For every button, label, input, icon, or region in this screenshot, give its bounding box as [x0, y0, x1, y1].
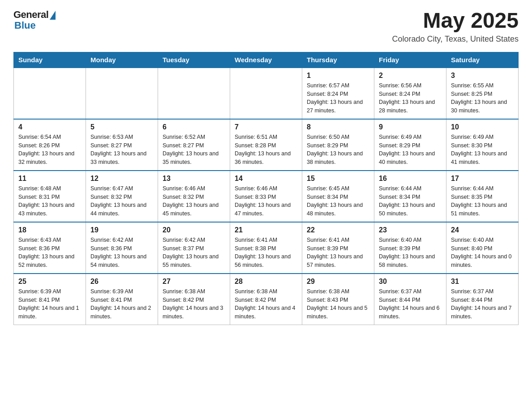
week-row: 18Sunrise: 6:43 AM Sunset: 8:36 PM Dayli… — [14, 222, 519, 274]
day-sun-info: Sunrise: 6:52 AM Sunset: 8:27 PM Dayligh… — [163, 133, 225, 167]
day-number: 19 — [90, 226, 153, 234]
calendar-cell — [86, 68, 158, 119]
calendar-cell: 30Sunrise: 6:37 AM Sunset: 8:44 PM Dayli… — [374, 274, 446, 325]
day-number: 16 — [379, 175, 442, 183]
day-sun-info: Sunrise: 6:49 AM Sunset: 8:30 PM Dayligh… — [451, 133, 514, 167]
day-of-week-header: Tuesday — [158, 52, 230, 68]
logo-general-text: General — [13, 9, 48, 21]
week-row: 11Sunrise: 6:48 AM Sunset: 8:31 PM Dayli… — [14, 171, 519, 222]
calendar-cell: 20Sunrise: 6:42 AM Sunset: 8:37 PM Dayli… — [158, 222, 230, 274]
calendar-cell: 27Sunrise: 6:38 AM Sunset: 8:42 PM Dayli… — [158, 274, 230, 325]
day-of-week-header: Friday — [374, 52, 446, 68]
calendar-cell: 9Sunrise: 6:49 AM Sunset: 8:29 PM Daylig… — [374, 119, 446, 171]
day-sun-info: Sunrise: 6:57 AM Sunset: 8:24 PM Dayligh… — [307, 81, 369, 115]
calendar-cell — [230, 68, 302, 119]
day-of-week-header: Thursday — [302, 52, 374, 68]
day-of-week-header: Sunday — [14, 52, 86, 68]
day-sun-info: Sunrise: 6:44 AM Sunset: 8:35 PM Dayligh… — [451, 184, 514, 218]
day-sun-info: Sunrise: 6:44 AM Sunset: 8:34 PM Dayligh… — [379, 184, 442, 218]
calendar-cell: 13Sunrise: 6:46 AM Sunset: 8:32 PM Dayli… — [158, 171, 230, 222]
day-sun-info: Sunrise: 6:38 AM Sunset: 8:42 PM Dayligh… — [163, 287, 225, 321]
calendar-cell: 21Sunrise: 6:41 AM Sunset: 8:38 PM Dayli… — [230, 222, 302, 274]
day-sun-info: Sunrise: 6:40 AM Sunset: 8:39 PM Dayligh… — [379, 236, 442, 270]
day-number: 14 — [235, 175, 297, 183]
day-number: 3 — [451, 72, 514, 80]
calendar-cell: 4Sunrise: 6:54 AM Sunset: 8:26 PM Daylig… — [14, 119, 86, 171]
day-of-week-header: Monday — [86, 52, 158, 68]
calendar-cell: 10Sunrise: 6:49 AM Sunset: 8:30 PM Dayli… — [446, 119, 519, 171]
day-sun-info: Sunrise: 6:55 AM Sunset: 8:25 PM Dayligh… — [451, 81, 514, 115]
day-sun-info: Sunrise: 6:49 AM Sunset: 8:29 PM Dayligh… — [379, 133, 442, 167]
day-number: 30 — [379, 278, 442, 286]
logo-triangle-icon — [50, 11, 56, 20]
calendar-cell — [14, 68, 86, 119]
day-sun-info: Sunrise: 6:46 AM Sunset: 8:33 PM Dayligh… — [235, 184, 297, 218]
calendar-cell: 1Sunrise: 6:57 AM Sunset: 8:24 PM Daylig… — [302, 68, 374, 119]
day-number: 31 — [451, 278, 514, 286]
day-sun-info: Sunrise: 6:40 AM Sunset: 8:40 PM Dayligh… — [451, 236, 514, 270]
location-label: Colorado City, Texas, United States — [392, 34, 519, 44]
day-of-week-header: Saturday — [446, 52, 519, 68]
calendar-cell — [158, 68, 230, 119]
day-number: 8 — [307, 123, 369, 131]
day-number: 5 — [90, 123, 153, 131]
day-number: 20 — [163, 226, 225, 234]
calendar-cell: 22Sunrise: 6:41 AM Sunset: 8:39 PM Dayli… — [302, 222, 374, 274]
day-sun-info: Sunrise: 6:41 AM Sunset: 8:38 PM Dayligh… — [235, 236, 297, 270]
day-sun-info: Sunrise: 6:56 AM Sunset: 8:24 PM Dayligh… — [379, 81, 442, 115]
day-number: 25 — [18, 278, 81, 286]
day-number: 9 — [379, 123, 442, 131]
day-number: 28 — [235, 278, 297, 286]
calendar-cell: 15Sunrise: 6:45 AM Sunset: 8:34 PM Dayli… — [302, 171, 374, 222]
calendar-cell: 11Sunrise: 6:48 AM Sunset: 8:31 PM Dayli… — [14, 171, 86, 222]
calendar-cell: 29Sunrise: 6:38 AM Sunset: 8:43 PM Dayli… — [302, 274, 374, 325]
title-area: May 2025 Colorado City, Texas, United St… — [392, 9, 519, 44]
day-number: 21 — [235, 226, 297, 234]
day-sun-info: Sunrise: 6:38 AM Sunset: 8:42 PM Dayligh… — [235, 287, 297, 321]
calendar-cell: 25Sunrise: 6:39 AM Sunset: 8:41 PM Dayli… — [14, 274, 86, 325]
calendar-cell: 17Sunrise: 6:44 AM Sunset: 8:35 PM Dayli… — [446, 171, 519, 222]
day-of-week-header: Wednesday — [230, 52, 302, 68]
logo-blue-text: Blue — [14, 20, 36, 31]
day-sun-info: Sunrise: 6:39 AM Sunset: 8:41 PM Dayligh… — [90, 287, 153, 321]
day-sun-info: Sunrise: 6:39 AM Sunset: 8:41 PM Dayligh… — [18, 287, 81, 321]
calendar-header-row: SundayMondayTuesdayWednesdayThursdayFrid… — [14, 52, 519, 68]
day-sun-info: Sunrise: 6:42 AM Sunset: 8:36 PM Dayligh… — [90, 236, 153, 270]
day-number: 12 — [90, 175, 153, 183]
day-sun-info: Sunrise: 6:47 AM Sunset: 8:32 PM Dayligh… — [90, 184, 153, 218]
day-sun-info: Sunrise: 6:50 AM Sunset: 8:29 PM Dayligh… — [307, 133, 369, 167]
day-number: 10 — [451, 123, 514, 131]
month-title: May 2025 — [392, 9, 519, 33]
calendar-cell: 12Sunrise: 6:47 AM Sunset: 8:32 PM Dayli… — [86, 171, 158, 222]
day-number: 17 — [451, 175, 514, 183]
calendar-cell: 28Sunrise: 6:38 AM Sunset: 8:42 PM Dayli… — [230, 274, 302, 325]
calendar-cell: 18Sunrise: 6:43 AM Sunset: 8:36 PM Dayli… — [14, 222, 86, 274]
day-sun-info: Sunrise: 6:37 AM Sunset: 8:44 PM Dayligh… — [451, 287, 514, 321]
calendar-cell: 3Sunrise: 6:55 AM Sunset: 8:25 PM Daylig… — [446, 68, 519, 119]
calendar-cell: 23Sunrise: 6:40 AM Sunset: 8:39 PM Dayli… — [374, 222, 446, 274]
day-sun-info: Sunrise: 6:41 AM Sunset: 8:39 PM Dayligh… — [307, 236, 369, 270]
day-number: 4 — [18, 123, 81, 131]
day-number: 2 — [379, 72, 442, 80]
calendar-cell: 2Sunrise: 6:56 AM Sunset: 8:24 PM Daylig… — [374, 68, 446, 119]
week-row: 1Sunrise: 6:57 AM Sunset: 8:24 PM Daylig… — [14, 68, 519, 119]
day-number: 6 — [163, 123, 225, 131]
day-number: 18 — [18, 226, 81, 234]
day-number: 13 — [163, 175, 225, 183]
day-number: 29 — [307, 278, 369, 286]
page-header: General Blue May 2025 Colorado City, Tex… — [13, 9, 519, 44]
calendar-cell: 16Sunrise: 6:44 AM Sunset: 8:34 PM Dayli… — [374, 171, 446, 222]
day-sun-info: Sunrise: 6:54 AM Sunset: 8:26 PM Dayligh… — [18, 133, 81, 167]
day-sun-info: Sunrise: 6:51 AM Sunset: 8:28 PM Dayligh… — [235, 133, 297, 167]
calendar-cell: 14Sunrise: 6:46 AM Sunset: 8:33 PM Dayli… — [230, 171, 302, 222]
day-sun-info: Sunrise: 6:42 AM Sunset: 8:37 PM Dayligh… — [163, 236, 225, 270]
calendar-cell: 8Sunrise: 6:50 AM Sunset: 8:29 PM Daylig… — [302, 119, 374, 171]
day-number: 27 — [163, 278, 225, 286]
day-sun-info: Sunrise: 6:43 AM Sunset: 8:36 PM Dayligh… — [18, 236, 81, 270]
day-number: 15 — [307, 175, 369, 183]
day-sun-info: Sunrise: 6:48 AM Sunset: 8:31 PM Dayligh… — [18, 184, 81, 218]
calendar-cell: 26Sunrise: 6:39 AM Sunset: 8:41 PM Dayli… — [86, 274, 158, 325]
calendar-cell: 31Sunrise: 6:37 AM Sunset: 8:44 PM Dayli… — [446, 274, 519, 325]
calendar-cell: 24Sunrise: 6:40 AM Sunset: 8:40 PM Dayli… — [446, 222, 519, 274]
calendar-table: SundayMondayTuesdayWednesdayThursdayFrid… — [13, 52, 519, 325]
